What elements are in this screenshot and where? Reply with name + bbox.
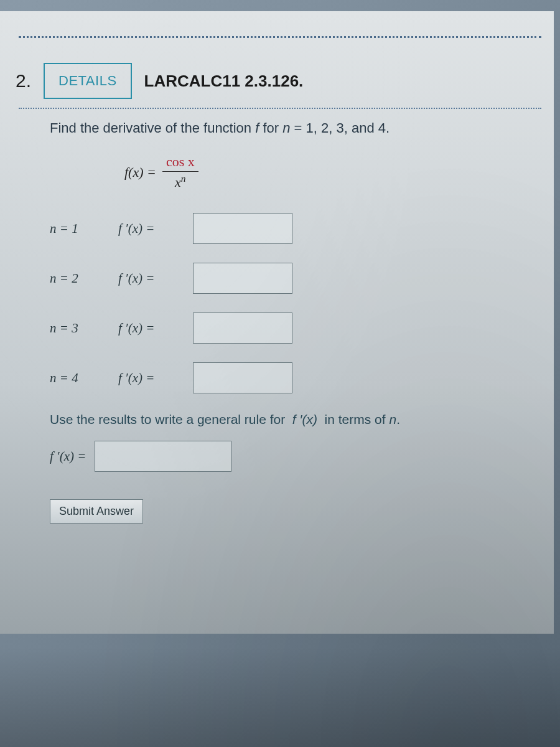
divider-mid [19,108,541,109]
prompt2-a: Use the results to write a general rule … [50,412,292,426]
prompt2-c: . [396,412,400,426]
bottom-shadow [0,647,560,747]
answer-input-n4[interactable] [193,362,292,393]
details-button[interactable]: DETAILS [44,63,132,99]
n-label: n = 3 [50,321,100,336]
fprime-label: f ′(x) = [118,271,174,286]
prompt-text-1: Find the derivative of the function [50,120,255,136]
function-formula: f(x) = cos x xn [124,154,535,190]
formula-fraction: cos x xn [162,154,198,190]
answer-input-n3[interactable] [193,312,292,344]
prompt-ital-n: n [282,120,290,136]
prompt2-fprime: f ′(x) [292,412,317,426]
prompt2-n: n [389,412,396,426]
prompt2-b: in terms of [317,412,390,426]
general-rule-row: f ′(x) = [50,441,535,472]
question-card: 2. DETAILS LARCALC11 2.3.126. Find the d… [0,11,554,634]
row-n3: n = 3 f ′(x) = [50,312,535,344]
question-header: 2. DETAILS LARCALC11 2.3.126. [6,63,541,99]
general-label: f ′(x) = [50,449,86,464]
fprime-label: f ′(x) = [118,221,174,237]
fprime-label: f ′(x) = [118,321,174,336]
submit-answer-button[interactable]: Submit Answer [50,499,143,524]
fprime-label: f ′(x) = [118,370,174,386]
n-label: n = 4 [50,370,100,386]
prompt-text-3: = 1, 2, 3, and 4. [290,120,390,136]
divider-top [19,36,541,38]
screen: 2. DETAILS LARCALC11 2.3.126. Find the d… [0,0,560,747]
answer-input-general[interactable] [95,441,231,472]
row-n1: n = 1 f ′(x) = [50,213,535,244]
answer-input-n1[interactable] [193,213,292,244]
prompt-text-2: for [259,120,282,136]
problem-prompt: Find the derivative of the function f fo… [50,120,535,136]
row-n4: n = 4 f ′(x) = [50,362,535,393]
question-code: LARCALC11 2.3.126. [144,72,304,91]
general-rule-prompt: Use the results to write a general rule … [50,412,535,427]
formula-lhs: f(x) = [124,164,156,181]
row-n2: n = 2 f ′(x) = [50,263,535,294]
answer-input-n2[interactable] [193,263,292,294]
formula-numerator: cos x [162,154,198,172]
n-label: n = 1 [50,221,100,237]
question-number: 2. [6,70,31,92]
problem-body: Find the derivative of the function f fo… [19,120,541,524]
formula-denominator: xn [175,172,185,190]
n-label: n = 2 [50,271,100,286]
